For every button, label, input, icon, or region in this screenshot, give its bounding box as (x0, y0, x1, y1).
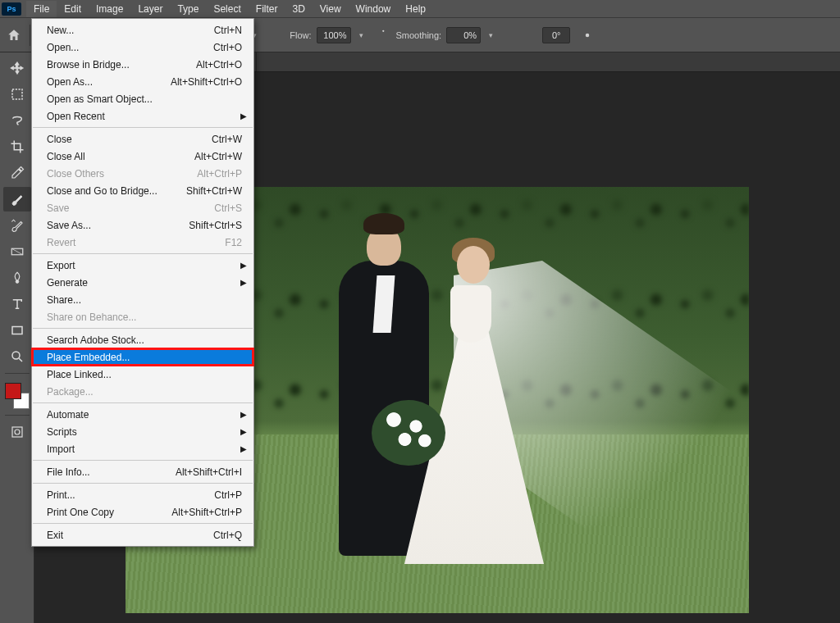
eyedropper-tool[interactable] (3, 161, 31, 185)
svg-point-7 (16, 280, 19, 284)
menu-item-shortcut: Shift+Ctrl+S (189, 220, 242, 231)
menu-type[interactable]: Type (170, 1, 206, 17)
menu-item-close-all[interactable]: Close AllAlt+Ctrl+W (32, 148, 253, 165)
menu-image[interactable]: Image (89, 1, 130, 17)
svg-rect-10 (12, 427, 22, 437)
smoothing-gear-icon[interactable] (503, 28, 518, 43)
airbrush-icon[interactable] (372, 28, 386, 43)
history-brush-tool[interactable] (3, 213, 31, 238)
menu-item-export[interactable]: Export▶ (32, 257, 253, 274)
type-tool[interactable] (3, 292, 31, 316)
menu-item-exit[interactable]: ExitCtrl+Q (32, 526, 253, 543)
svg-rect-5 (12, 89, 22, 99)
marquee-tool[interactable] (3, 82, 31, 107)
menu-item-print[interactable]: Print...Ctrl+P (32, 486, 253, 503)
menu-item-label: Open... (47, 42, 79, 53)
flow-chev-icon[interactable]: ▾ (356, 31, 367, 39)
photo-bouquet (372, 400, 445, 466)
lasso-tool[interactable] (3, 108, 31, 133)
menu-item-open-as-smart-object[interactable]: Open as Smart Object... (32, 90, 253, 107)
menu-item-close-others: Close OthersAlt+Ctrl+P (32, 165, 253, 182)
toolbox (0, 52, 34, 623)
menu-item-label: Share... (47, 294, 81, 306)
menu-item-shortcut: Ctrl+P (214, 489, 242, 501)
menu-item-label: Import (47, 443, 75, 455)
menu-item-label: Place Linked... (47, 369, 112, 380)
gradient-tool[interactable] (3, 239, 31, 264)
menu-3d[interactable]: 3D (285, 1, 312, 17)
menu-item-label: Package... (47, 386, 94, 398)
file-menu-dropdown: New...Ctrl+NOpen...Ctrl+OBrowse in Bridg… (31, 18, 254, 547)
menu-window[interactable]: Window (349, 1, 399, 17)
menu-view[interactable]: View (313, 1, 349, 17)
menu-separator (33, 523, 253, 524)
menu-item-label: File Info... (47, 466, 90, 478)
menu-item-label: Exit (47, 530, 63, 541)
menu-separator (33, 328, 253, 329)
menu-item-share-on-behance: Share on Behance... (32, 308, 253, 325)
symmetry-icon[interactable] (601, 28, 616, 43)
menu-item-label: Automate (47, 409, 89, 421)
smoothing-field[interactable]: 0% (446, 27, 481, 43)
menu-item-generate[interactable]: Generate▶ (32, 274, 253, 291)
menu-edit[interactable]: Edit (57, 1, 89, 17)
menu-item-automate[interactable]: Automate▶ (32, 406, 253, 423)
menu-layer[interactable]: Layer (130, 1, 170, 17)
menu-file[interactable]: File (26, 1, 57, 17)
menu-item-file-info[interactable]: File Info...Alt+Shift+Ctrl+I (32, 463, 253, 480)
menu-item-close-and-go-to-bridge[interactable]: Close and Go to Bridge...Shift+Ctrl+W (32, 182, 253, 199)
flow-field[interactable]: 100% (317, 27, 351, 43)
menu-item-open[interactable]: Open...Ctrl+O (32, 39, 253, 56)
menu-item-open-as[interactable]: Open As...Alt+Shift+Ctrl+O (32, 73, 253, 90)
menu-item-label: Close Others (47, 168, 104, 180)
quick-mask-tool[interactable] (3, 420, 31, 444)
rectangle-tool[interactable] (3, 318, 31, 343)
menu-item-label: Close and Go to Bridge... (47, 185, 158, 197)
menu-separator (33, 127, 253, 128)
menu-item-scripts[interactable]: Scripts▶ (32, 423, 253, 440)
brush-tool[interactable] (3, 187, 31, 211)
menu-filter[interactable]: Filter (249, 1, 285, 17)
menu-item-place-linked[interactable]: Place Linked... (32, 366, 253, 383)
home-icon[interactable] (7, 28, 21, 43)
angle-field[interactable]: 0° (542, 27, 570, 43)
pressure-size-icon[interactable] (580, 28, 595, 43)
zoom-tool[interactable] (3, 344, 31, 369)
menu-item-label: Save (47, 202, 69, 214)
menu-item-save-as[interactable]: Save As...Shift+Ctrl+S (32, 216, 253, 234)
menu-item-close[interactable]: CloseCtrl+W (32, 130, 253, 148)
menu-item-import[interactable]: Import▶ (32, 440, 253, 457)
menu-bar: Ps FileEditImageLayerTypeSelectFilter3DV… (0, 0, 840, 18)
menu-item-share[interactable]: Share... (32, 291, 253, 308)
menu-item-print-one-copy[interactable]: Print One CopyAlt+Shift+Ctrl+P (32, 503, 253, 521)
menu-separator (33, 483, 253, 484)
menu-help[interactable]: Help (398, 1, 433, 17)
menu-item-label: Scripts (47, 426, 77, 438)
menu-item-shortcut: Ctrl+Q (213, 530, 242, 541)
menu-item-browse-in-bridge[interactable]: Browse in Bridge...Alt+Ctrl+O (32, 56, 253, 73)
menu-item-shortcut: Alt+Ctrl+O (196, 59, 242, 70)
menu-item-open-recent[interactable]: Open Recent▶ (32, 107, 253, 125)
pressure-opacity-icon[interactable] (265, 28, 280, 43)
menu-select[interactable]: Select (206, 1, 248, 17)
svg-point-9 (12, 352, 20, 359)
menu-item-shortcut: Alt+Shift+Ctrl+O (171, 76, 242, 88)
menu-item-label: Close (47, 134, 72, 145)
submenu-arrow-icon: ▶ (240, 278, 247, 287)
move-tool[interactable] (3, 56, 31, 80)
menu-item-place-embedded[interactable]: Place Embedded... (32, 348, 253, 366)
crop-tool[interactable] (3, 134, 31, 159)
menu-item-shortcut: Ctrl+N (214, 25, 242, 36)
angle-icon[interactable] (523, 28, 537, 43)
color-swatches[interactable] (3, 381, 31, 411)
submenu-arrow-icon: ▶ (240, 261, 247, 270)
foreground-color-swatch[interactable] (5, 383, 21, 399)
smoothing-chev-icon[interactable]: ▾ (486, 31, 496, 39)
menu-item-new[interactable]: New...Ctrl+N (32, 21, 253, 39)
menu-item-search-adobe-stock[interactable]: Search Adobe Stock... (32, 331, 253, 348)
smoothing-label: Smoothing: (396, 30, 442, 40)
menu-item-shortcut: Alt+Shift+Ctrl+P (171, 507, 242, 518)
menu-item-label: Close All (47, 151, 85, 162)
toolbox-separator (5, 373, 30, 374)
smudge-tool[interactable] (3, 266, 31, 290)
